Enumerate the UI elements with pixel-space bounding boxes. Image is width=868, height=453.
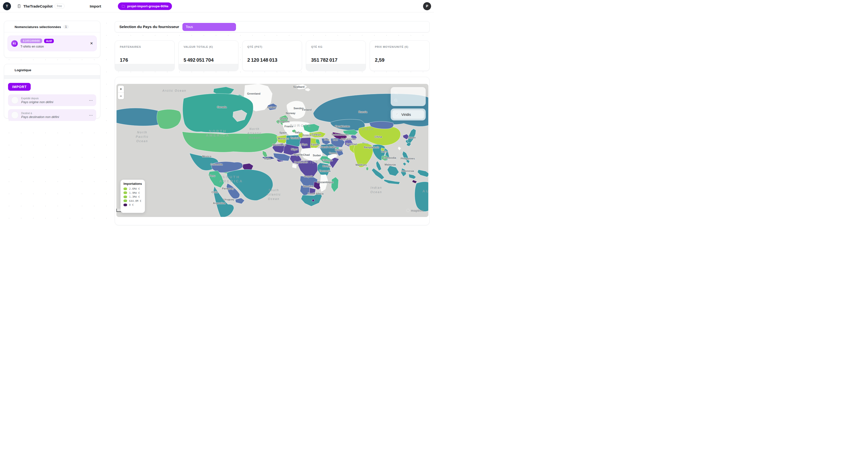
ellipsis-menu-icon[interactable]: ⋯ [89, 98, 93, 103]
legend-entry-2: 1.3Md € [123, 195, 142, 198]
stat-value: 5 492 051 704 [184, 57, 214, 63]
supplier-filter-card: Selection du Pays du fournisseur Tous [115, 21, 430, 32]
stat-value: 176 [120, 57, 128, 63]
chevron-down-icon [418, 113, 421, 116]
stat-label: QTÉ (PST) [247, 45, 262, 48]
legend-value: 1.3Md € [129, 195, 140, 198]
logistics-label: Destiné à [21, 112, 59, 115]
stat-card-2: QTÉ (PST)2 120 148 013 [242, 40, 302, 71]
legend-value: 0 € [129, 203, 134, 206]
map-zoom-out-button[interactable]: − [118, 93, 124, 100]
logistics-texts: Expédié depuisPays origine non défini [21, 97, 53, 104]
map-zoom-control: + − [118, 86, 124, 99]
collapse-chevron-up-icon[interactable] [93, 68, 96, 72]
user-avatar[interactable]: P [423, 2, 431, 10]
hs-code-pill: 6109100000 [21, 38, 42, 43]
brand-name: TheTradeCopilot [23, 4, 53, 8]
mapbox-icon [406, 208, 410, 213]
status-badge: Actif [44, 39, 54, 43]
project-name: projet-import-groupe-9tf4e [127, 4, 168, 8]
stat-label: VALEUR TOTALE (€) [184, 45, 213, 48]
section-strip [4, 75, 100, 79]
page: T TheTradeCopilot free Import projet-imp… [0, 0, 434, 227]
legend-swatch [123, 204, 127, 206]
supplier-filter-select[interactable]: Tous [182, 23, 236, 31]
nomenclature-item[interactable]: 61 6109100000 Actif T-shirts en coton ✕ [7, 36, 97, 51]
legend-swatch [123, 196, 127, 198]
top-bar: T TheTradeCopilot free Import projet-imp… [0, 0, 434, 12]
project-button[interactable]: projet-import-groupe-9tf4e [118, 2, 172, 10]
legend-entry-4: 0 € [123, 203, 142, 206]
map-legend: Importations 2.6Md €1.9Md €1.3Md €644.0M… [121, 180, 145, 213]
map-card: .w{fill:#fbfbfa}.yg{fill:#b2d83e}.gr{fil… [115, 77, 430, 225]
logistics-label: Expédié depuis [21, 97, 53, 100]
palette-icon [395, 112, 399, 117]
layers-icon [83, 4, 88, 8]
zoom-in-magnifier-icon[interactable] [394, 90, 399, 95]
nomenclatures-panel: Nomenclatures sélectionnées 1 61 6109100… [4, 21, 100, 58]
logistics-texts: Destiné àPays destination non défini [21, 112, 59, 119]
stat-value: 2 120 148 013 [247, 57, 277, 63]
nomenclature-label: T-shirts en coton [21, 45, 54, 48]
world-map[interactable]: .w{fill:#fbfbfa}.yg{fill:#b2d83e}.gr{fil… [116, 84, 428, 217]
logistics-value: Pays destination non défini [21, 115, 59, 119]
org-avatar[interactable]: T [3, 2, 11, 10]
folder-icon [122, 4, 125, 8]
stat-card-3: QTÉ KG351 782 017 [306, 40, 366, 71]
map-zoom-in-button[interactable]: + [118, 86, 124, 93]
mapbox-logo[interactable]: mapbox [406, 208, 424, 213]
legend-entry-0: 2.6Md € [123, 187, 142, 190]
stat-value: 2,59 [375, 57, 384, 63]
stat-label: QTÉ KG [311, 45, 322, 48]
legend-entry-1: 1.9Md € [123, 191, 142, 194]
plane-departure-icon [8, 68, 12, 72]
workspace-label: Import [90, 4, 101, 8]
import-mode-button[interactable]: IMPORT [8, 83, 31, 91]
collapse-chevron-up-icon[interactable] [93, 25, 96, 29]
legend-entry-3: 644.0M € [123, 199, 142, 202]
legend-value: 2.6Md € [129, 187, 140, 190]
stat-footer-band [179, 64, 238, 71]
plan-badge: free [55, 4, 65, 8]
building-icon [17, 4, 22, 8]
logistics-row-0[interactable]: Expédié depuisPays origine non défini⋯ [8, 94, 96, 106]
choropleth-map-svg: .w{fill:#fbfbfa}.yg{fill:#b2d83e}.gr{fil… [116, 84, 428, 217]
stat-card-1: VALEUR TOTALE (€)5 492 051 704 [179, 40, 239, 71]
legend-value: 644.0M € [129, 199, 142, 202]
stat-value: 351 782 017 [311, 57, 337, 63]
stat-footer-band [306, 64, 366, 71]
stat-footer-band [115, 64, 175, 71]
flag-icon [11, 111, 19, 119]
logistique-title: Logistique [14, 68, 31, 72]
nomenclatures-title: Nomenclatures sélectionnées [14, 25, 61, 29]
workspace-switcher-chevrons-icon[interactable] [108, 4, 112, 8]
legend-swatch [123, 191, 127, 194]
stat-label: PARTENAIRES [120, 45, 141, 48]
close-icon[interactable]: ✕ [90, 41, 93, 46]
stat-card-4: PRIX MOYEN/UNITÉ (€)2,59 [370, 40, 430, 71]
map-overlay-zoom-panel [391, 87, 426, 106]
logistics-value: Pays origine non défini [21, 100, 53, 104]
org-switcher-chevrons-icon[interactable] [72, 4, 75, 8]
nomenclatures-count-badge: 1 [63, 25, 69, 29]
logistique-panel: Logistique IMPORT Expédié depuisPays ori… [4, 64, 100, 118]
stats-row: PARTENAIRES176VALEUR TOTALE (€)5 492 051… [115, 40, 430, 71]
stat-label: PRIX MOYEN/UNITÉ (€) [375, 45, 408, 48]
folder-open-icon [8, 25, 12, 29]
mapbox-wordmark: mapbox [411, 209, 424, 213]
legend-title: Importations [123, 182, 142, 186]
chapter-badge: 61 [11, 40, 18, 47]
legend-value: 1.9Md € [129, 191, 140, 194]
legend-swatch [123, 199, 127, 202]
palette-panel: Viridis [391, 109, 426, 120]
divider [4, 32, 100, 32]
flag-icon [11, 96, 19, 104]
legend-swatch [123, 188, 127, 190]
zoom-out-magnifier-icon[interactable] [394, 98, 399, 103]
supplier-filter-label: Selection du Pays du fournisseur [119, 25, 179, 29]
logistics-row-1[interactable]: Destiné àPays destination non défini⋯ [8, 109, 96, 121]
stat-card-0: PARTENAIRES176 [115, 40, 175, 71]
ellipsis-menu-icon[interactable]: ⋯ [89, 113, 93, 117]
palette-name: Viridis [401, 113, 416, 117]
palette-select[interactable]: Viridis [392, 110, 424, 119]
